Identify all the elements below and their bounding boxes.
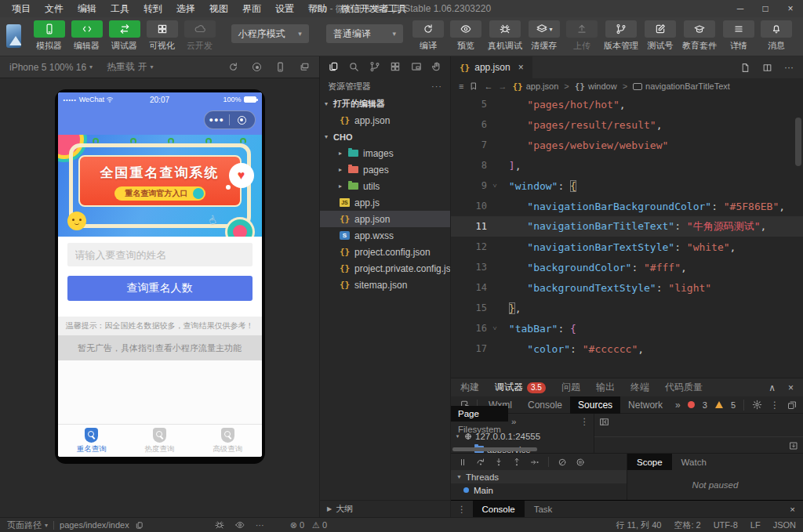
search-icon[interactable] — [348, 61, 359, 72]
menu-item-界面[interactable]: 界面 — [235, 0, 268, 17]
toolbar-button-教育套件[interactable]: 教育套件 — [682, 20, 717, 52]
toolbar-button-测试号[interactable]: 测试号 — [645, 20, 676, 52]
list-menu-icon[interactable]: ≡ — [459, 81, 463, 91]
drawer-tab-console[interactable]: Console — [473, 501, 525, 518]
devtools-tab-Network[interactable]: Network — [620, 396, 670, 414]
tree-section-打开的编辑器[interactable]: ▾打开的编辑器 — [320, 96, 450, 112]
toolbar-button-清缓存[interactable]: ▾清缓存 — [529, 20, 560, 52]
thread-main-row[interactable]: Main — [451, 483, 627, 497]
git-branch-icon[interactable] — [369, 61, 380, 72]
fold-icon[interactable]: ˅ — [487, 182, 503, 190]
menu-item-转到[interactable]: 转到 — [136, 0, 169, 17]
tree-item-pages[interactable]: ▸pages — [320, 161, 450, 178]
close-tab-icon[interactable]: × — [518, 62, 524, 73]
tree-item-utils[interactable]: ▸utils — [320, 178, 450, 194]
phone-tab-热度查询[interactable]: 热度查询 — [125, 425, 194, 457]
fold-icon[interactable]: ˅ — [487, 324, 503, 332]
compile-select[interactable]: 普通编译 ▾ — [326, 24, 403, 43]
mode-select[interactable]: 小程序模式 ▾ — [231, 24, 309, 43]
tree-item-sitemap.json[interactable]: {}sitemap.json — [320, 277, 450, 293]
step-out-icon[interactable] — [512, 458, 521, 467]
pretty-print-icon[interactable] — [789, 441, 798, 451]
step-over-icon[interactable] — [476, 458, 485, 467]
code-line-17[interactable]: 17 "color": "#cccccc", — [451, 338, 803, 359]
phone-tab-高级查询[interactable]: 高级查询 — [194, 425, 262, 457]
menu-item-帮助[interactable]: 帮助 — [301, 0, 334, 17]
restart-icon[interactable] — [228, 62, 238, 72]
menu-item-工具[interactable]: 工具 — [104, 0, 136, 17]
code-line-8[interactable]: 8 ], — [451, 155, 803, 176]
code-line-9[interactable]: 9˅ "window": { — [451, 176, 803, 196]
gear-icon[interactable] — [752, 400, 762, 410]
panel-tab-构建[interactable]: 构建 — [460, 381, 479, 394]
remote-debug-icon[interactable] — [215, 520, 224, 530]
toolbar-button-详情[interactable]: 详情 — [723, 20, 754, 52]
copy-path-icon[interactable] — [135, 521, 144, 530]
cursor-position[interactable]: 行 11, 列 40 — [616, 519, 662, 531]
toggle-navigator-icon[interactable] — [599, 417, 609, 427]
more-tabs-icon[interactable]: » — [508, 417, 519, 426]
more-actions-icon[interactable]: ··· — [431, 81, 442, 91]
panel-tab-调试器[interactable]: 调试器3.5 — [495, 381, 546, 394]
window-maximize-icon[interactable]: □ — [753, 0, 778, 17]
back-icon[interactable]: ← — [484, 81, 492, 91]
tree-section-CHO[interactable]: ▾CHO — [320, 128, 450, 145]
pause-icon[interactable] — [458, 458, 467, 467]
encoding-setting[interactable]: UTF-8 — [714, 520, 738, 530]
breadcrumb-item-navigationBarTitleText[interactable]: navigationBarTitleText — [633, 81, 730, 91]
kebab-menu-icon[interactable]: ⋮ — [770, 400, 779, 411]
toolbar-button-模拟器[interactable]: 模拟器 — [34, 20, 65, 52]
panel-tab-代码质量[interactable]: 代码质量 — [665, 381, 703, 394]
code-line-12[interactable]: 12 "navigationBarTextStyle": "white", — [451, 237, 803, 257]
kebab-menu-icon[interactable]: ⋮ — [580, 416, 594, 427]
device-select[interactable]: iPhone 5 100% 16 ▾ — [9, 62, 93, 73]
menu-item-项目[interactable]: 项目 — [5, 0, 38, 17]
tree-item-images[interactable]: ▸images — [320, 145, 450, 161]
step-icon[interactable] — [530, 458, 540, 467]
window-close-icon[interactable]: × — [778, 0, 803, 17]
code-line-11[interactable]: 11 "navigationBarTitleText": "牛角源码测试", — [451, 216, 803, 237]
eol-setting[interactable]: LF — [750, 520, 761, 530]
horizontal-scrollbar[interactable] — [452, 447, 537, 451]
files-icon[interactable] — [328, 61, 339, 72]
tab-scope[interactable]: Scope — [627, 454, 672, 470]
panel-tab-输出[interactable]: 输出 — [596, 381, 615, 394]
breadcrumb-item-window[interactable]: {}window — [575, 81, 617, 92]
panel-tab-问题[interactable]: 问题 — [561, 381, 580, 394]
deactivate-breakpoints-icon[interactable] — [558, 458, 567, 467]
devtools-tab-Console[interactable]: Console — [520, 396, 570, 414]
close-circle-icon[interactable] — [230, 116, 255, 125]
window-minimize-icon[interactable]: ─ — [728, 0, 753, 17]
user-avatar[interactable] — [6, 24, 21, 48]
code-line-13[interactable]: 13 "backgroundColor": "#fff", — [451, 257, 803, 277]
sources-tree-item-127.0.0.1:24555[interactable]: ▾127.0.0.1:24555 — [451, 429, 594, 443]
code-line-16[interactable]: 16˅ "tabBar": { — [451, 318, 803, 338]
detach-window-icon[interactable] — [300, 62, 310, 72]
toolbar-button-消息[interactable]: 消息 — [761, 20, 792, 52]
menu-item-编辑[interactable]: 编辑 — [71, 0, 104, 17]
tab-app-json[interactable]: {} app.json × — [451, 56, 532, 78]
toolbar-button-编辑器[interactable]: 编辑器 — [71, 20, 103, 52]
tree-item-app.json[interactable]: {}app.json — [320, 112, 450, 128]
phone-tab-重名查询[interactable]: 重名查询 — [58, 425, 126, 457]
hand-icon[interactable] — [431, 61, 442, 72]
editor-scrollbar[interactable] — [795, 118, 801, 166]
code-editor[interactable]: 5 "pages/hot/hot",6 "pages/result/result… — [451, 94, 803, 378]
more-actions-icon[interactable]: ··· — [784, 62, 794, 73]
popout-icon[interactable] — [787, 400, 797, 410]
outline-section[interactable]: ▶ 大纲 — [320, 500, 450, 517]
toolbar-button-真机调试[interactable]: 真机调试 — [488, 20, 522, 52]
close-panel-icon[interactable]: × — [788, 382, 794, 393]
language-mode[interactable]: JSON — [773, 520, 796, 530]
menu-item-视图[interactable]: 视图 — [202, 0, 235, 17]
code-line-7[interactable]: 7 "pages/webview/webview" — [451, 135, 803, 155]
tree-item-app.json[interactable]: {}app.json — [320, 211, 450, 227]
close-drawer-icon[interactable]: × — [790, 505, 803, 514]
forward-icon[interactable]: → — [498, 81, 507, 91]
warning-badge-icon[interactable] — [715, 401, 723, 408]
menu-item-设置[interactable]: 设置 — [268, 0, 301, 17]
sources-tab-Page[interactable]: Page — [451, 406, 508, 422]
problem-counts[interactable]: ⊗ 0 ⚠ 0 — [290, 520, 327, 530]
toolbar-button-可视化[interactable]: 可视化 — [147, 20, 178, 52]
page-path-select[interactable]: 页面路径 ▾ — [7, 519, 48, 531]
